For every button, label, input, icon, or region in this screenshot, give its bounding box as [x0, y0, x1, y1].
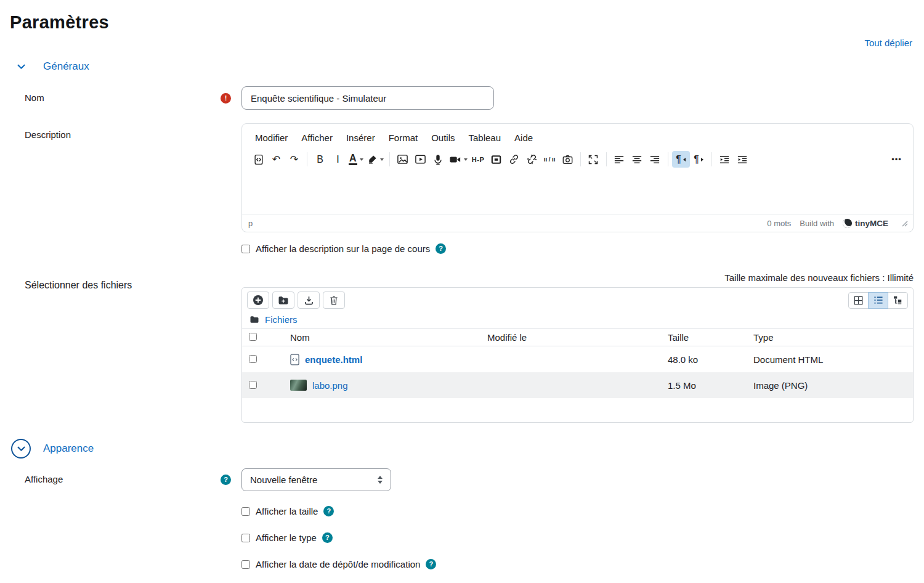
tinymce-brand-label: tinyMCE	[855, 219, 888, 228]
paragraph-ltr-icon[interactable]: ¶	[672, 151, 690, 168]
subtitles-icon[interactable]: II / II	[541, 151, 559, 168]
show-type-label: Afficher le type	[256, 532, 317, 543]
file-manager-toolbar	[242, 288, 913, 311]
h5p-icon[interactable]: H-P	[469, 151, 487, 168]
resize-grip[interactable]	[902, 221, 908, 227]
section-appearance-header: Apparence	[11, 439, 914, 459]
help-icon[interactable]: ?	[436, 243, 446, 254]
text-color-icon[interactable]: A	[347, 151, 365, 168]
insert-image-icon[interactable]	[394, 151, 411, 168]
align-right-icon[interactable]	[646, 151, 664, 168]
record-video-icon[interactable]	[447, 151, 469, 168]
file-checkbox[interactable]	[249, 381, 257, 389]
paragraph-rtl-icon[interactable]: ¶	[690, 151, 708, 168]
folder-icon	[249, 316, 259, 324]
download-all-button[interactable]	[298, 292, 320, 309]
help-icon[interactable]: ?	[221, 475, 231, 485]
show-date-checkbox[interactable]	[241, 560, 250, 569]
show-type-checkbox[interactable]	[241, 534, 250, 542]
expand-all-link[interactable]: Tout déplier	[864, 38, 912, 48]
settings-page: Paramètres Tout déplier Généraux Nom ! D…	[0, 0, 924, 569]
editor-toolbar: ↶ ↷ B I A	[242, 149, 913, 174]
create-folder-button[interactable]	[272, 292, 294, 309]
align-center-icon[interactable]	[628, 151, 646, 168]
menu-item-afficher[interactable]: Afficher	[294, 128, 339, 147]
unlink-icon[interactable]	[523, 151, 541, 168]
column-header-size[interactable]: Taille	[668, 332, 753, 343]
add-file-button[interactable]	[247, 292, 269, 309]
show-date-row: Afficher la date de dépôt/de modificatio…	[241, 559, 914, 569]
italic-icon[interactable]: I	[329, 151, 347, 168]
delete-files-button[interactable]	[323, 292, 345, 309]
help-icon[interactable]: ?	[426, 559, 436, 569]
display-select[interactable]: Nouvelle fenêtre	[241, 468, 391, 491]
files-label: Sélectionner des fichiers	[10, 272, 205, 291]
redo-icon[interactable]: ↷	[285, 151, 303, 168]
media-manager-icon[interactable]	[487, 151, 505, 168]
word-count[interactable]: 0 mots	[767, 219, 791, 228]
insert-video-icon[interactable]	[411, 151, 429, 168]
bold-icon[interactable]: B	[311, 151, 329, 168]
toolbar-separator	[389, 152, 390, 166]
menu-item-modifier[interactable]: Modifier	[248, 128, 294, 147]
menu-item-aide[interactable]: Aide	[508, 128, 540, 147]
show-size-row: Afficher la taille ?	[241, 506, 914, 516]
screenshot-camera-icon[interactable]	[559, 151, 577, 168]
select-all-checkbox[interactable]	[249, 333, 257, 341]
file-row-labo: labo.png 1.5 Mo Image (PNG)	[242, 372, 913, 398]
name-input[interactable]	[241, 86, 494, 110]
file-link[interactable]: labo.png	[312, 380, 348, 391]
record-audio-icon[interactable]	[429, 151, 447, 168]
required-icon: !	[221, 93, 231, 104]
trash-icon	[329, 295, 339, 306]
editor-content-area[interactable]	[242, 174, 913, 214]
tinymce-brand-link[interactable]: tinyMCE	[843, 219, 888, 228]
align-left-icon[interactable]	[610, 151, 628, 168]
file-size: 1.5 Mo	[668, 380, 753, 391]
outdent-icon[interactable]	[716, 151, 734, 168]
file-manager: Fichiers Nom Modifié le Taille Type	[241, 287, 914, 423]
toolbar-separator	[580, 152, 581, 166]
column-header-name[interactable]: Nom	[290, 332, 487, 343]
link-icon[interactable]	[505, 151, 523, 168]
show-description-row: Afficher la description sur la page de c…	[241, 243, 914, 254]
source-code-icon[interactable]	[249, 151, 267, 168]
pilcrow-glyph: ¶	[676, 154, 681, 165]
chevron-down-icon	[16, 62, 26, 72]
tree-view-button[interactable]	[888, 292, 908, 309]
menu-item-format[interactable]: Format	[382, 128, 425, 147]
menu-item-outils[interactable]: Outils	[424, 128, 461, 147]
display-label: Affichage	[10, 468, 205, 484]
pilcrow-glyph: ¶	[694, 154, 699, 165]
menu-item-inserer[interactable]: Insérer	[339, 128, 382, 147]
collapse-general-button[interactable]	[11, 57, 31, 76]
section-general-title[interactable]: Généraux	[43, 60, 89, 73]
image-thumbnail	[290, 380, 307, 391]
highlight-color-icon[interactable]	[365, 151, 386, 168]
column-header-modified[interactable]: Modifié le	[487, 332, 668, 343]
list-view-button[interactable]	[868, 292, 888, 309]
breadcrumb-files-link[interactable]: Fichiers	[265, 314, 298, 325]
file-link[interactable]: enquete.html	[305, 354, 362, 365]
menu-item-tableau[interactable]: Tableau	[462, 128, 508, 147]
element-path[interactable]: p	[248, 219, 253, 228]
help-icon[interactable]: ?	[322, 532, 333, 543]
section-appearance-title[interactable]: Apparence	[43, 442, 94, 455]
toolbar-separator	[307, 152, 307, 166]
show-size-checkbox[interactable]	[241, 507, 250, 516]
undo-icon[interactable]: ↶	[267, 151, 285, 168]
description-label: Description	[10, 123, 205, 140]
column-header-type[interactable]: Type	[753, 332, 913, 343]
display-select-value: Nouvelle fenêtre	[250, 475, 317, 485]
more-tools-icon[interactable]: •••	[888, 151, 906, 168]
text-color-glyph: A	[349, 153, 357, 166]
toolbar-separator	[668, 152, 668, 166]
fullscreen-icon[interactable]	[585, 151, 602, 168]
indent-icon[interactable]	[734, 151, 752, 168]
collapse-appearance-button[interactable]	[11, 439, 31, 459]
editor-menubar: Modifier Afficher Insérer Format Outils …	[242, 124, 913, 149]
file-checkbox[interactable]	[249, 355, 257, 363]
help-icon[interactable]: ?	[323, 506, 334, 516]
icons-view-button[interactable]	[848, 292, 869, 309]
show-description-checkbox[interactable]	[241, 245, 250, 253]
